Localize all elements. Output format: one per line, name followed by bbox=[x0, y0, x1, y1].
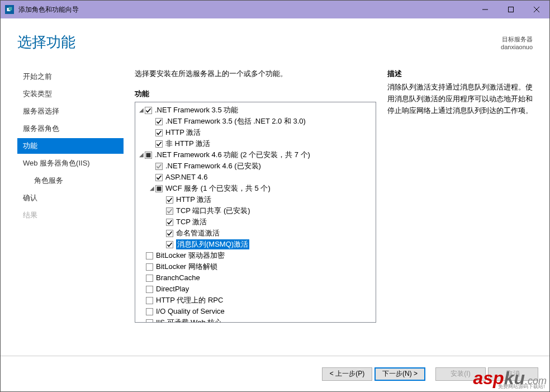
nav-item-8: 结果 bbox=[17, 207, 124, 223]
nav-item-4[interactable]: 功能 bbox=[17, 138, 124, 154]
tree-row[interactable]: HTTP 激活 bbox=[136, 194, 374, 205]
checkbox-icon[interactable] bbox=[155, 185, 163, 192]
tree-item-label[interactable]: HTTP 激活 bbox=[176, 195, 211, 205]
checkbox-icon[interactable] bbox=[166, 230, 173, 237]
checkbox-icon[interactable] bbox=[146, 252, 153, 259]
tree-item-label[interactable]: WCF 服务 (1 个已安装，共 5 个) bbox=[165, 183, 271, 193]
cancel-button[interactable]: 取消 bbox=[488, 367, 538, 381]
server-info: 目标服务器 danxiaonuo bbox=[501, 35, 533, 52]
wizard-window: 添加角色和功能向导 选择功能 目标服务器 danxiaonuo 开始之前安装类型… bbox=[0, 0, 550, 392]
tree-row[interactable]: .NET Framework 4.6 (已安装) bbox=[136, 160, 374, 172]
features-tree[interactable]: ◢.NET Framework 3.5 功能.NET Framework 3.5… bbox=[135, 102, 376, 323]
svg-rect-9 bbox=[156, 140, 163, 147]
checkbox-icon[interactable] bbox=[146, 275, 153, 282]
tree-item-label[interactable]: .NET Framework 4.6 功能 (2 个已安装，共 7 个) bbox=[155, 150, 310, 160]
tree-item-label[interactable]: HTTP 激活 bbox=[165, 127, 201, 138]
tree-row[interactable]: I/O Quality of Service bbox=[136, 306, 374, 317]
tree-row[interactable]: 消息队列(MSMQ)激活 bbox=[136, 239, 374, 250]
checkbox-icon[interactable] bbox=[166, 196, 173, 204]
tree-item-label[interactable]: BranchCache bbox=[156, 273, 200, 283]
nav-item-7[interactable]: 确认 bbox=[17, 190, 124, 206]
checkbox-icon[interactable] bbox=[155, 129, 163, 136]
window-title: 添加角色和功能向导 bbox=[18, 5, 472, 15]
description-text: 消除队列激活支持通过消息队列激活进程。使用消息队列激活的应用程序可以动态地开始和… bbox=[387, 82, 533, 116]
checkbox-icon[interactable] bbox=[146, 286, 153, 293]
svg-rect-7 bbox=[156, 118, 163, 125]
tree-item-label[interactable]: HTTP 代理上的 RPC bbox=[156, 295, 223, 305]
tree-row[interactable]: DirectPlay bbox=[136, 284, 374, 295]
tree-item-label[interactable]: 消息队列(MSMQ)激活 bbox=[176, 239, 249, 249]
tree-row[interactable]: HTTP 激活 bbox=[136, 127, 374, 138]
tree-row[interactable]: ◢.NET Framework 3.5 功能 bbox=[136, 105, 374, 116]
tree-row[interactable]: ASP.NET 4.6 bbox=[136, 172, 374, 183]
tree-row[interactable]: .NET Framework 3.5 (包括 .NET 2.0 和 3.0) bbox=[136, 116, 374, 127]
nav-item-5[interactable]: Web 服务器角色(IIS) bbox=[17, 155, 124, 171]
tree-item-label[interactable]: I/O Quality of Service bbox=[156, 306, 225, 317]
svg-rect-21 bbox=[146, 252, 153, 259]
close-button[interactable] bbox=[524, 1, 549, 18]
svg-rect-22 bbox=[146, 263, 153, 270]
expand-arrow-icon[interactable]: ◢ bbox=[138, 105, 145, 115]
checkbox-icon[interactable] bbox=[166, 241, 173, 248]
checkbox-icon[interactable] bbox=[166, 219, 173, 226]
checkbox-icon[interactable] bbox=[166, 207, 173, 215]
nav-item-2[interactable]: 服务器选择 bbox=[17, 103, 124, 119]
tree-row[interactable]: BranchCache bbox=[136, 272, 374, 284]
tree-item-label[interactable]: BitLocker 驱动器加密 bbox=[156, 251, 225, 261]
tree-row[interactable]: BitLocker 网络解锁 bbox=[136, 261, 374, 272]
tree-item-label[interactable]: .NET Framework 3.5 (包括 .NET 2.0 和 3.0) bbox=[165, 116, 306, 126]
tree-item-label[interactable]: BitLocker 网络解锁 bbox=[156, 262, 217, 272]
tree-row[interactable]: IIS 可承载 Web 核心 bbox=[136, 317, 374, 323]
expand-arrow-icon[interactable]: ◢ bbox=[138, 150, 145, 160]
checkbox-icon[interactable] bbox=[146, 308, 153, 315]
tree-row[interactable]: TCP 端口共享 (已安装) bbox=[136, 205, 374, 216]
tree-row[interactable]: BitLocker 驱动器加密 bbox=[136, 250, 374, 261]
features-label: 功能 bbox=[135, 89, 376, 99]
svg-rect-26 bbox=[146, 308, 153, 315]
svg-rect-18 bbox=[167, 219, 173, 225]
checkbox-icon[interactable] bbox=[155, 118, 163, 125]
tree-item-label[interactable]: TCP 激活 bbox=[176, 217, 207, 227]
tree-item-label[interactable]: .NET Framework 3.5 功能 bbox=[155, 105, 238, 115]
checkbox-icon[interactable] bbox=[155, 163, 163, 170]
footer: < 上一步(P) 下一步(N) > 安装(I) 取消 bbox=[1, 356, 549, 391]
tree-item-label[interactable]: TCP 端口共享 (已安装) bbox=[176, 206, 250, 216]
checkbox-icon[interactable] bbox=[145, 107, 152, 114]
checkbox-icon[interactable] bbox=[146, 263, 153, 271]
checkbox-icon[interactable] bbox=[155, 140, 163, 148]
svg-rect-24 bbox=[146, 286, 153, 292]
tree-row[interactable]: 非 HTTP 激活 bbox=[136, 138, 374, 149]
tree-row[interactable]: TCP 激活 bbox=[136, 216, 374, 228]
maximize-button[interactable] bbox=[498, 1, 524, 18]
checkbox-icon[interactable] bbox=[155, 174, 163, 181]
tree-item-label[interactable]: ASP.NET 4.6 bbox=[165, 172, 207, 182]
tree-row[interactable]: HTTP 代理上的 RPC bbox=[136, 295, 374, 306]
tree-row[interactable]: 命名管道激活 bbox=[136, 228, 374, 239]
install-button[interactable]: 安装(I) bbox=[435, 367, 486, 381]
next-button[interactable]: 下一步(N) > bbox=[374, 367, 425, 381]
svg-rect-25 bbox=[146, 297, 153, 304]
tree-item-label[interactable]: IIS 可承载 Web 核心 bbox=[156, 318, 222, 323]
nav-item-6[interactable]: 角色服务 bbox=[17, 173, 124, 188]
checkbox-icon[interactable] bbox=[146, 297, 153, 304]
svg-rect-23 bbox=[146, 275, 153, 281]
checkbox-icon[interactable] bbox=[146, 319, 153, 323]
titlebar[interactable]: 添加角色和功能向导 bbox=[1, 1, 549, 18]
expand-arrow-icon[interactable]: ◢ bbox=[149, 183, 155, 193]
tree-item-label[interactable]: .NET Framework 4.6 (已安装) bbox=[165, 161, 261, 171]
tree-row[interactable]: ◢.NET Framework 4.6 功能 (2 个已安装，共 7 个) bbox=[136, 149, 374, 160]
nav-item-0[interactable]: 开始之前 bbox=[17, 69, 124, 84]
svg-rect-11 bbox=[146, 153, 151, 157]
nav-item-1[interactable]: 安装类型 bbox=[17, 86, 124, 102]
svg-rect-1 bbox=[9, 7, 12, 11]
checkbox-icon[interactable] bbox=[145, 152, 152, 159]
tree-item-label[interactable]: DirectPlay bbox=[156, 284, 189, 294]
svg-rect-19 bbox=[167, 230, 173, 237]
tree-row[interactable]: ◢WCF 服务 (1 个已安装，共 5 个) bbox=[136, 183, 374, 194]
prev-button[interactable]: < 上一步(P) bbox=[322, 367, 372, 381]
nav-item-3[interactable]: 服务器角色 bbox=[17, 121, 124, 136]
tree-item-label[interactable]: 非 HTTP 激活 bbox=[165, 139, 210, 149]
minimize-button[interactable] bbox=[472, 1, 498, 18]
svg-rect-16 bbox=[167, 196, 173, 203]
tree-item-label[interactable]: 命名管道激活 bbox=[176, 228, 220, 238]
